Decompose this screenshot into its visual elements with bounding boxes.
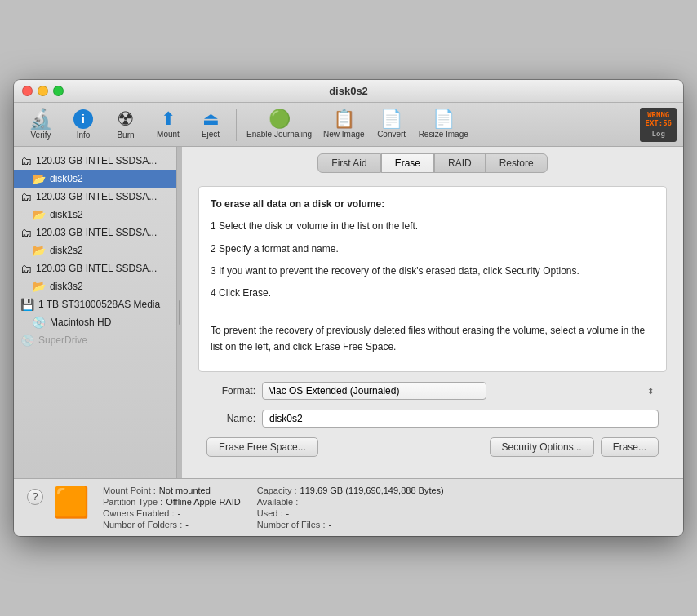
format-select-wrapper: Mac OS Extended (Journaled) Mac OS Exten… [262, 382, 659, 400]
partition-type-row: Partition Type : Offline Apple RAID [103, 497, 241, 507]
format-select[interactable]: Mac OS Extended (Journaled) Mac OS Exten… [262, 382, 486, 400]
disk0s2-icon: 📂 [32, 172, 46, 185]
name-row: Name: [198, 410, 667, 428]
main-content: 🗂 120.03 GB INTEL SSDSA... 📂 disk0s2 🗂 1… [14, 147, 683, 478]
info-columns: Mount Point : Not mounted Partition Type… [103, 485, 670, 530]
sidebar-item-macintosh-hd[interactable]: 💿 Macintosh HD [14, 313, 176, 331]
available-row: Available : - [257, 497, 444, 507]
mount-point-row: Mount Point : Not mounted [103, 485, 241, 495]
used-row: Used : - [257, 508, 444, 518]
instruction-free-space: To prevent the recovery of previously de… [211, 323, 655, 354]
erase-button[interactable]: Erase... [601, 437, 659, 457]
info-col-right: Capacity : 119.69 GB (119,690,149,888 By… [257, 485, 444, 530]
partition-type-key: Partition Type : [103, 497, 162, 507]
sidebar-item-label: disk1s2 [50, 209, 83, 220]
instruction-step1: 1 Select the disk or volume in the list … [211, 219, 655, 234]
disk4-icon: 💾 [20, 298, 34, 311]
sidebar-item-label: 120.03 GB INTEL SSDSA... [36, 191, 157, 202]
partition-type-value: Offline Apple RAID [166, 497, 241, 507]
resize-image-button[interactable]: 📄 Resize Image [414, 107, 473, 142]
erase-free-space-button[interactable]: Erase Free Space... [206, 437, 318, 457]
content-panel: First Aid Erase RAID Restore To erase al… [182, 147, 683, 478]
minimize-button[interactable] [38, 86, 48, 96]
sidebar-item-disk2s2[interactable]: 📂 disk2s2 [14, 242, 176, 259]
enable-journaling-button[interactable]: 🟢 Enable Journaling [242, 107, 317, 142]
disk3-icon: 🗂 [20, 262, 32, 275]
sidebar-item-disk3[interactable]: 🗂 120.03 GB INTEL SSDSA... [14, 259, 176, 277]
sidebar-item-disk4[interactable]: 💾 1 TB ST31000528AS Media [14, 295, 176, 313]
tab-bar: First Aid Erase RAID Restore [182, 147, 683, 173]
capacity-value: 119.69 GB (119,690,149,888 Bytes) [300, 485, 444, 495]
tab-erase[interactable]: Erase [381, 153, 434, 173]
number-of-files-value: - [328, 520, 331, 530]
verify-button[interactable]: 🔬 Verify [20, 106, 61, 143]
number-of-files-key: Number of Files : [257, 520, 326, 530]
disk3s2-icon: 📂 [32, 280, 46, 293]
used-key: Used : [257, 508, 283, 518]
mount-point-value: Not mounted [159, 485, 211, 495]
convert-icon: 📄 [380, 110, 402, 128]
number-of-files-row: Number of Files : - [257, 520, 444, 530]
owners-enabled-value: - [177, 508, 180, 518]
mount-button[interactable]: ⬆ Mount [148, 107, 189, 142]
burn-label: Burn [117, 131, 134, 140]
log-ext-text: EXT:56 [645, 119, 672, 128]
disk1s2-icon: 📂 [32, 208, 46, 221]
toolbar: 🔬 Verify i Info ☢ Burn ⬆ Mount ⏏ Eject 🟢… [14, 103, 683, 147]
owners-enabled-key: Owners Enabled : [103, 508, 174, 518]
sidebar-item-disk1[interactable]: 🗂 120.03 GB INTEL SSDSA... [14, 188, 176, 206]
capacity-key: Capacity : [257, 485, 297, 495]
sidebar-item-disk0[interactable]: 🗂 120.03 GB INTEL SSDSA... [14, 152, 176, 170]
sidebar-item-label: 120.03 GB INTEL SSDSA... [36, 155, 157, 166]
maximize-button[interactable] [53, 86, 64, 96]
convert-label: Convert [377, 130, 406, 139]
disk0-icon: 🗂 [20, 154, 32, 167]
new-image-button[interactable]: 📋 New Image [318, 107, 370, 142]
sidebar-item-label: 1 TB ST31000528AS Media [38, 299, 160, 310]
help-button[interactable]: ? [27, 489, 43, 505]
log-button[interactable]: WRNNG EXT:56 Log [640, 108, 677, 142]
info-button[interactable]: i Info [63, 106, 104, 143]
available-key: Available : [257, 497, 299, 507]
eject-button[interactable]: ⏏ Eject [190, 107, 231, 142]
traffic-lights [22, 86, 64, 96]
erase-instructions: To erase all data on a disk or volume: 1… [198, 186, 667, 372]
tab-raid[interactable]: RAID [434, 153, 486, 173]
enable-journaling-label: Enable Journaling [246, 130, 312, 139]
enable-journaling-icon: 🟢 [269, 110, 291, 128]
sidebar-item-disk2[interactable]: 🗂 120.03 GB INTEL SSDSA... [14, 224, 176, 242]
mount-label: Mount [157, 130, 180, 139]
verify-icon: 🔬 [29, 109, 53, 129]
name-label: Name: [206, 413, 255, 424]
window-title: disk0s2 [329, 85, 368, 97]
security-options-button[interactable]: Security Options... [490, 437, 594, 457]
eject-icon: ⏏ [202, 110, 220, 128]
macintosh-hd-icon: 💿 [32, 316, 46, 329]
disk1-icon: 🗂 [20, 190, 32, 203]
tab-first-aid[interactable]: First Aid [317, 153, 380, 173]
tab-restore[interactable]: Restore [486, 153, 548, 173]
name-input[interactable] [262, 410, 659, 428]
disk-icon: 🟧 [53, 485, 90, 520]
close-button[interactable] [22, 86, 33, 96]
available-value: - [301, 497, 304, 507]
disk2-icon: 🗂 [20, 226, 32, 239]
sidebar-item-disk0s2[interactable]: 📂 disk0s2 [14, 170, 176, 188]
burn-icon: ☢ [117, 109, 135, 129]
capacity-row: Capacity : 119.69 GB (119,690,149,888 By… [257, 485, 444, 495]
sidebar-item-superdrive[interactable]: 💿 SuperDrive [14, 331, 176, 349]
burn-button[interactable]: ☢ Burn [105, 106, 146, 143]
info-bar: ? 🟧 Mount Point : Not mounted Partition … [14, 478, 683, 536]
mount-icon: ⬆ [161, 110, 175, 128]
instruction-step2: 2 Specify a format and name. [211, 242, 655, 257]
titlebar: disk0s2 [14, 80, 683, 103]
sidebar-item-label: SuperDrive [38, 335, 87, 346]
info-label: Info [77, 131, 91, 140]
sidebar-item-label: Macintosh HD [50, 317, 111, 328]
sidebar-item-disk3s2[interactable]: 📂 disk3s2 [14, 277, 176, 295]
convert-button[interactable]: 📄 Convert [371, 107, 412, 142]
sidebar-item-disk1s2[interactable]: 📂 disk1s2 [14, 206, 176, 224]
erase-btn-group: Security Options... Erase... [490, 437, 659, 457]
sidebar-item-label: 120.03 GB INTEL SSDSA... [36, 263, 157, 274]
log-label: Log [652, 130, 665, 139]
